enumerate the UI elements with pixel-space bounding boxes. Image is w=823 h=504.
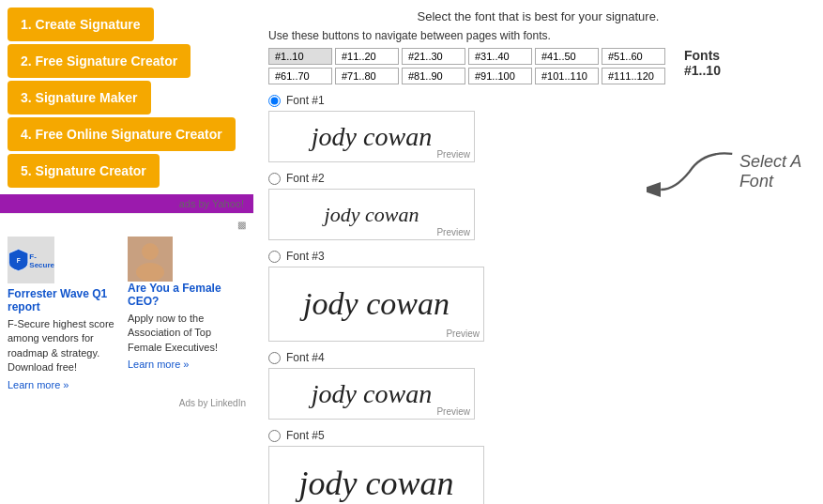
ad-item-fsecure: F F-Secure Forrester Wave Q1 report F-Se… (8, 237, 120, 390)
ad1-link[interactable]: Learn more » (8, 379, 120, 390)
page-btn-1-10[interactable]: #1..10 (268, 48, 332, 65)
ad1-title[interactable]: Forrester Wave Q1 report (8, 287, 120, 313)
sidebar: 1. Create Signature 2. Free Signature Cr… (0, 0, 253, 504)
font3-label[interactable]: Font #3 (268, 250, 665, 263)
font3-text: jody cowan (303, 286, 450, 322)
page-btn-61-70[interactable]: #61..70 (268, 68, 332, 84)
font3-preview-tag: Preview (446, 328, 480, 339)
font1-label[interactable]: Font #1 (268, 94, 665, 107)
font2-radio[interactable] (268, 173, 281, 185)
font2-preview-tag: Preview (436, 227, 470, 237)
font5-radio[interactable] (268, 430, 281, 442)
nav-hint: Use these buttons to navigate between pa… (268, 29, 808, 42)
page-btn-41-50[interactable]: #41..50 (535, 48, 599, 65)
fonts-label: Fonts#1..10 (684, 48, 815, 78)
page-btn-21-30[interactable]: #21..30 (402, 48, 465, 65)
select-font-text: Select A Font (739, 152, 815, 191)
nav-create-signature[interactable]: 1. Create Signature (8, 8, 154, 41)
font5-preview[interactable]: jody cowan Preview (268, 446, 484, 504)
font-entry-2: Font #2 jody cowan Preview (268, 172, 665, 240)
nav-signature-maker[interactable]: 3. Signature Maker (8, 81, 151, 115)
page-btn-51-60[interactable]: #51..60 (602, 48, 665, 65)
page-btn-101-110[interactable]: #101..110 (535, 68, 599, 84)
ad2-title[interactable]: Are You a Female CEO? (128, 282, 240, 308)
font1-radio[interactable] (268, 95, 281, 107)
nav-signature-creator[interactable]: 5. Signature Creator (8, 154, 160, 188)
ad2-desc: Apply now to the Association of Top Fema… (128, 312, 240, 355)
font4-radio[interactable] (268, 352, 281, 364)
font2-label[interactable]: Font #2 (268, 172, 665, 185)
ad-card: F F-Secure Forrester Wave Q1 report F-Se… (8, 237, 246, 390)
main-title: Select the font that is best for your si… (268, 9, 808, 23)
fsecure-logo: F F-Secure (8, 237, 54, 283)
page-btn-81-90[interactable]: #81..90 (402, 68, 465, 84)
font2-text: jody cowan (325, 203, 419, 227)
page-btn-111-120[interactable]: #111..120 (602, 68, 665, 84)
font-entry-4: Font #4 jody cowan Preview (268, 351, 665, 420)
svg-text:F: F (17, 257, 21, 264)
font4-label[interactable]: Font #4 (268, 351, 665, 364)
ad1-desc: F-Secure highest score among vendors for… (8, 317, 120, 375)
svg-point-2 (142, 243, 159, 260)
font1-preview-tag: Preview (436, 149, 470, 160)
font4-preview-tag: Preview (436, 406, 470, 417)
font4-text: jody cowan (312, 379, 432, 409)
svg-point-3 (136, 263, 164, 282)
ads-by-yahoo-label: ads by Yahoo! (0, 194, 253, 213)
font2-preview[interactable]: jody cowan Preview (268, 189, 475, 240)
font5-label[interactable]: Font #5 (268, 429, 665, 442)
page-btn-31-40[interactable]: #31..40 (468, 48, 532, 65)
ad-section: ▩ F F-Secure Forrester Wave Q1 report F-… (0, 213, 253, 414)
font4-preview[interactable]: jody cowan Preview (268, 368, 475, 420)
font-entry-5: Font #5 jody cowan Preview (268, 429, 665, 504)
ad-item-female-ceo: Are You a Female CEO? Apply now to the A… (128, 237, 240, 390)
page-btn-71-80[interactable]: #71..80 (335, 68, 399, 84)
ad-disclosure-icon: ▩ (237, 220, 246, 230)
font3-radio[interactable] (268, 251, 281, 263)
font5-text: jody cowan (299, 464, 454, 503)
select-font-arrow (647, 134, 739, 209)
nav-menu: 1. Create Signature 2. Free Signature Cr… (0, 0, 253, 191)
font-entry-1: Font #1 jody cowan Preview (268, 94, 665, 162)
font1-preview[interactable]: jody cowan Preview (268, 111, 475, 162)
ads-linkedin-label: Ads by LinkedIn (8, 398, 246, 408)
nav-free-signature-creator[interactable]: 2. Free Signature Creator (8, 44, 191, 78)
right-panel: Fonts#1..10 Select A Font (675, 48, 815, 209)
font3-preview[interactable]: jody cowan Preview (268, 267, 484, 342)
page-btn-11-20[interactable]: #11..20 (335, 48, 399, 65)
font-entry-3: Font #3 jody cowan Preview (268, 250, 665, 342)
person-image (128, 237, 173, 282)
page-btn-91-100[interactable]: #91..100 (468, 68, 532, 84)
main-content: Select the font that is best for your si… (253, 0, 823, 504)
left-panel: #1..10 #11..20 #21..30 #31..40 #41..50 #… (268, 48, 665, 504)
font1-text: jody cowan (312, 122, 432, 152)
ad2-link[interactable]: Learn more » (128, 359, 240, 370)
nav-free-online-signature-creator[interactable]: 4. Free Online Signature Creator (8, 117, 236, 151)
